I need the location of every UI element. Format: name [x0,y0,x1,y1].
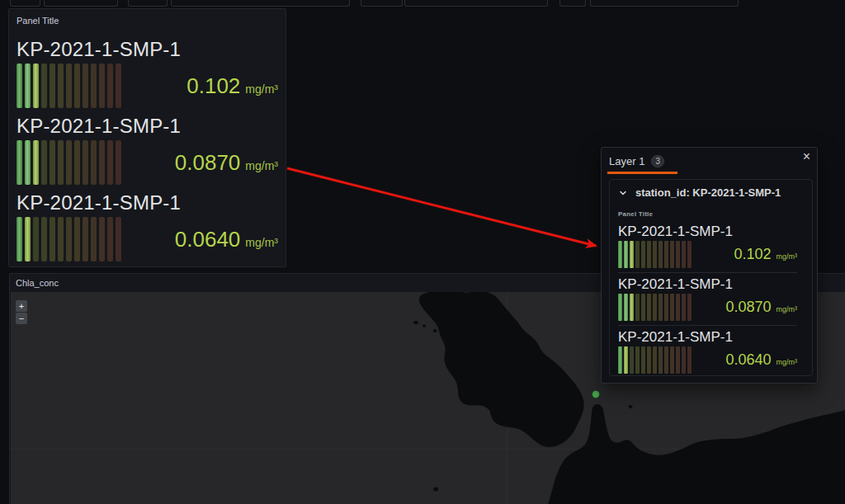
gauge-title: KP-2021-1-SMP-1 [618,224,797,239]
active-tab-indicator [607,172,677,174]
map-marker-dot[interactable] [592,391,600,398]
gauge-segment [107,217,113,261]
gauge-bars [618,346,692,374]
gauge-segment [74,140,80,185]
gauge-segment [659,346,663,374]
gauge-entry: KP-2021-1-SMP-10.0870mg/m³ [618,272,797,321]
gauge-segment [624,241,628,268]
gauge-segment [41,217,47,261]
gauge-bars [17,140,121,185]
toolbar-control-fragment[interactable] [404,0,548,7]
gauge-segment [687,241,692,268]
gauge-value: 0.0870 [725,299,771,316]
gauge-segment [25,64,31,108]
station-collapse-row[interactable]: station_id: KP-2021-1-SMP-1 [618,185,797,200]
gauge-entry: KP-2021-1-SMP-10.0870mg/m³ [17,115,278,185]
map-tooltip: × Layer 1 3 station_id: KP-2021-1-SMP-1 … [601,147,818,384]
map-islet [758,440,762,443]
gauge-segment [676,294,680,321]
map-islet [433,329,437,332]
gauge-segment [66,217,72,261]
gauge-bars [17,64,121,108]
gauge-segment [116,217,121,261]
gauge-title: KP-2021-1-SMP-1 [618,329,797,345]
gauge-segment [107,64,113,108]
gauge-segment [17,140,22,185]
toolbar-control-fragment[interactable] [171,0,350,7]
gauge-segment [116,140,121,185]
gauge-unit: mg/m³ [245,236,278,249]
gauge-segment [99,217,105,261]
gauge-segment [687,346,692,374]
map-islet [422,324,426,327]
gauge-title: KP-2021-1-SMP-1 [17,115,278,138]
gauge-segment [91,217,97,261]
toolbar-control-fragment[interactable] [590,0,739,7]
gauge-unit: mg/m³ [777,252,798,261]
gauge-segment [116,64,121,108]
gauge-segment [17,217,22,261]
gauge-bars [618,241,692,268]
gauge-segment [50,140,55,185]
gauge-title: KP-2021-1-SMP-1 [17,191,278,214]
gauge-segment [91,140,97,185]
map-island [419,292,584,447]
gauge-segment [33,140,39,185]
gauge-value: 0.0870 [175,150,241,176]
gauge-segment [676,346,680,374]
gauge-unit: mg/m³ [245,159,278,172]
tab-layer-1[interactable]: Layer 1 3 [609,155,664,167]
gauge-segment [41,64,47,108]
map-islet [498,409,503,412]
gauge-segment [630,346,634,374]
toolbar-control-fragment[interactable] [44,0,118,7]
map-islet [629,405,633,408]
gauge-segment [630,241,634,268]
toolbar-control-fragment[interactable] [559,0,586,7]
tooltip-tab-row: Layer 1 3 [602,148,817,174]
gauge-segment [687,294,692,321]
chevron-down-icon [619,189,627,197]
gauge-segment [664,294,668,321]
gauge-segment [107,140,113,185]
gauge-segment [676,241,680,268]
gauge-segment [618,346,622,374]
gauge-segment [58,217,64,261]
map-islet [747,442,752,445]
toolbar-control-fragment[interactable] [361,0,403,7]
gauge-segment [74,217,80,261]
toolbar-control-fragment[interactable] [128,0,168,7]
gauge-segment [99,64,105,108]
gauge-segment [624,294,628,321]
gauge-entry: KP-2021-1-SMP-10.102mg/m³ [618,224,797,268]
gauge-segment [682,346,686,374]
gauge-segment [641,241,645,268]
map-islet [413,321,418,324]
gauge-segment [25,140,31,185]
toolbar-control-fragment[interactable] [10,0,40,7]
gauge-segment [670,346,674,374]
gauge-segment [664,346,668,374]
gauge-segment [635,294,640,321]
map-islet [490,412,495,416]
gauge-segment [83,140,88,185]
gauge-value: 0.102 [734,246,771,263]
gauge-segment [41,140,47,185]
gauge-segment [670,294,674,321]
gauge-segment [58,140,64,185]
map-zoom-in-button[interactable]: + [16,300,27,312]
gauge-segment [641,294,645,321]
gauge-segment [33,64,39,108]
gauge-segment [653,346,657,374]
gauge-segment [58,64,64,108]
map-zoom-out-button[interactable]: − [16,313,27,324]
gauge-entry: KP-2021-1-SMP-10.0640mg/m³ [618,325,797,374]
gauge-segment [641,346,645,374]
map-panel-title: Chla_conc [16,278,59,288]
tooltip-content: station_id: KP-2021-1-SMP-1 Panel Title … [609,179,813,376]
gauge-unit: mg/m³ [777,305,798,313]
gauge-unit: mg/m³ [777,358,798,366]
tooltip-gauge-list: KP-2021-1-SMP-10.102mg/m³KP-2021-1-SMP-1… [618,224,797,374]
gauge-segment [635,241,640,268]
gauge-segment [91,64,97,108]
